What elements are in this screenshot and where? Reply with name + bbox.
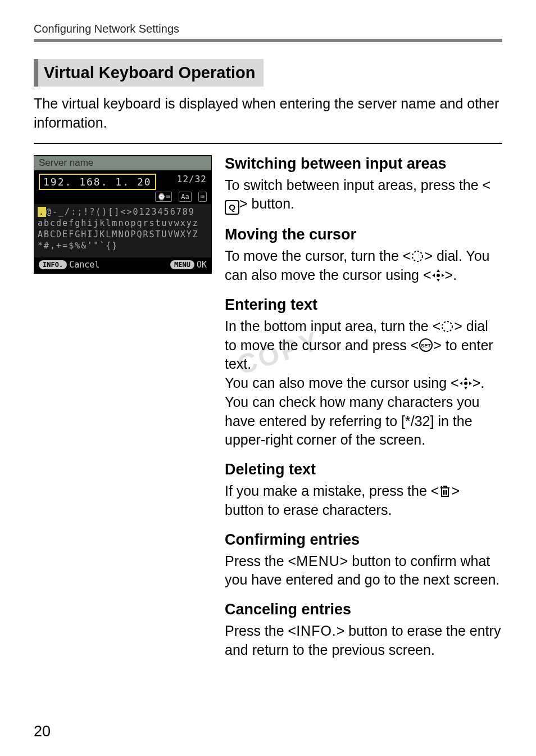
move-text-c: >.	[445, 267, 457, 283]
toggle-1: ⌚⌨	[155, 192, 172, 202]
q-button-icon: Q	[225, 200, 239, 215]
svg-marker-10	[464, 377, 467, 380]
confirm-text-a: Press the <	[225, 553, 296, 569]
section-canceling: Canceling entries Press the <INFO.> butt…	[225, 601, 502, 660]
running-header: Configuring Network Settings	[34, 22, 502, 35]
footer-cancel-label: Cancel	[69, 260, 99, 270]
cancel-text-a: Press the <	[225, 623, 296, 639]
svg-marker-11	[464, 387, 467, 390]
screenshot-mode-toggles: ⌚⌨ Aa ⌨	[34, 191, 211, 204]
toggle-3: ⌨	[198, 192, 207, 202]
screenshot-title: Server name	[34, 156, 211, 170]
footer-ok-label: OK	[197, 260, 207, 270]
trash-icon	[439, 483, 451, 499]
svg-marker-5	[442, 274, 444, 277]
heading-deleting: Deleting text	[225, 461, 502, 478]
page-number: 20	[34, 723, 51, 740]
svg-text:SET: SET	[421, 343, 431, 348]
screenshot-footer: INFO. Cancel MENU OK	[34, 257, 211, 273]
multi-controller-icon	[431, 267, 445, 283]
virtual-keyboard-screenshot: Server name 192. 168. 1. 20 12/32 ⌚⌨ Aa …	[34, 155, 212, 274]
info-pill: INFO.	[39, 260, 67, 269]
enter-text3: You can check how many characters you ha…	[225, 393, 502, 450]
info-button-label: INFO.	[296, 623, 337, 639]
svg-marker-4	[432, 274, 435, 277]
heading-confirming: Confirming entries	[225, 531, 502, 549]
move-text-a: To move the cursor, turn the <	[225, 248, 411, 264]
enter-text2-a: You can also move the cursor using <	[225, 375, 459, 391]
main-dial-icon	[411, 248, 424, 264]
set-button-icon: SET	[419, 337, 433, 353]
svg-marker-13	[469, 382, 472, 385]
header-rule	[34, 39, 502, 42]
svg-marker-12	[460, 382, 462, 385]
title-strip: Virtual Keyboard Operation	[34, 59, 264, 87]
section-moving: Moving the cursor To move the cursor, tu…	[225, 226, 502, 285]
grid-row4: *#,+=$%&'"`{}	[38, 241, 118, 251]
menu-pill: MENU	[170, 260, 194, 269]
heading-switching: Switching between input areas	[225, 155, 502, 173]
svg-marker-3	[437, 279, 440, 282]
section-rule	[34, 143, 502, 144]
grid-row3: ABCDEFGHIJKLMNOPQRSTUVWXYZ	[38, 229, 199, 239]
heading-entering: Entering text	[225, 296, 502, 314]
screenshot-input-value: 192. 168. 1. 20	[39, 174, 156, 190]
heading-canceling: Canceling entries	[225, 601, 502, 618]
switch-text-a: To switch between input areas, press the…	[225, 177, 490, 193]
page-title: Virtual Keyboard Operation	[44, 64, 256, 82]
multi-controller-icon	[459, 375, 473, 391]
svg-point-1	[437, 274, 440, 277]
heading-moving: Moving the cursor	[225, 226, 502, 243]
svg-marker-2	[437, 269, 440, 272]
menu-button-label: MENU	[296, 553, 340, 569]
screenshot-char-grid: .@-_/:;!?()[]<>0123456789 abcdefghijklmn…	[34, 204, 211, 257]
screenshot-column: Server name 192. 168. 1. 20 12/32 ⌚⌨ Aa …	[34, 155, 225, 274]
section-confirming: Confirming entries Press the <MENU> butt…	[225, 531, 502, 590]
intro-text: The virtual keyboard is displayed when e…	[34, 94, 502, 133]
delete-text-a: If you make a mistake, press the <	[225, 483, 439, 499]
main-dial-icon	[440, 318, 454, 334]
enter-text2-b: >.	[473, 375, 485, 391]
section-switching: Switching between input areas To switch …	[225, 155, 502, 215]
section-deleting: Deleting text If you make a mistake, pre…	[225, 461, 502, 520]
svg-point-9	[464, 382, 467, 385]
enter-text-a: In the bottom input area, turn the <	[225, 318, 440, 334]
svg-point-0	[412, 251, 423, 261]
grid-highlight: .	[38, 207, 46, 217]
grid-row1-rest: @-_/:;!?()[]<>0123456789	[46, 207, 195, 217]
switch-text-b: > button.	[239, 196, 294, 211]
section-entering: Entering text In the bottom input area, …	[225, 296, 502, 450]
screenshot-char-count: 12/32	[177, 174, 207, 184]
svg-point-6	[442, 322, 452, 332]
grid-row2: abcdefghijklmnopqrstuvwxyz	[38, 218, 199, 228]
toggle-2: Aa	[179, 192, 191, 202]
